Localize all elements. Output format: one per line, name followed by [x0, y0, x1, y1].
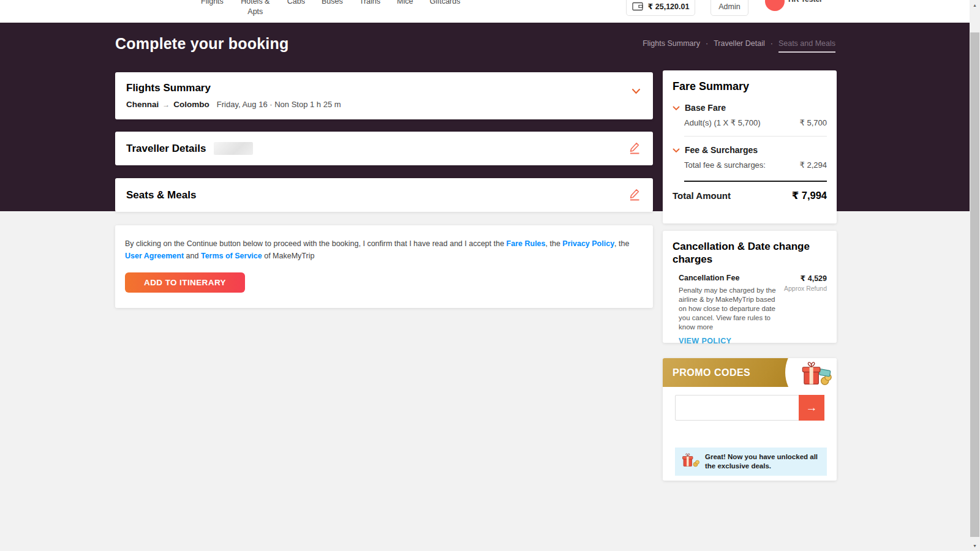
- base-fare-section-header[interactable]: Base Fare: [673, 103, 827, 113]
- right-arrow-icon: →: [806, 401, 818, 414]
- add-to-itinerary-button[interactable]: ADD TO ITINERARY: [125, 272, 245, 293]
- user-avatar[interactable]: [765, 0, 785, 11]
- deals-unlocked-message: Great! Now you have unlocked all the exc…: [705, 452, 821, 471]
- scrollbar-thumb[interactable]: [970, 32, 979, 537]
- collapse-button[interactable]: [629, 83, 643, 99]
- fare-summary-card: Fare Summary Base Fare Adult(s) (1 X ₹ 5…: [663, 70, 837, 223]
- scroll-up-arrow[interactable]: ▲: [970, 0, 980, 10]
- nav-item-hotels[interactable]: Hotels & Apts: [240, 0, 271, 17]
- wallet-button[interactable]: ₹ 25,120.01: [626, 0, 695, 16]
- fee-surcharges-section-header[interactable]: Fee & Surcharges: [673, 145, 827, 155]
- scroll-down-arrow[interactable]: ▼: [970, 541, 980, 551]
- base-fare-label: Adult(s) (1 X ₹ 5,700): [684, 118, 761, 127]
- cancellation-card: Cancellation & Date change charges Cance…: [663, 231, 837, 343]
- total-amount-label: Total Amount: [673, 190, 731, 201]
- route-to: Colombo: [173, 100, 209, 109]
- divider: [684, 136, 827, 137]
- total-amount-row: Total Amount ₹ 7,994: [673, 190, 827, 201]
- cancellation-description: Penalty may be charged by the airline & …: [679, 286, 782, 332]
- fare-summary-title: Fare Summary: [673, 80, 827, 93]
- nav-item-flights[interactable]: Flights: [201, 0, 224, 17]
- cancellation-fee-value: ₹ 4,529: [784, 274, 827, 283]
- gift-box-icon: [681, 453, 699, 470]
- apply-promo-button[interactable]: →: [799, 395, 824, 421]
- promo-banner: PROMO CODES: [663, 358, 837, 387]
- breadcrumb-traveller-detail[interactable]: Traveller Detail: [714, 39, 765, 48]
- cancellation-fee-label: Cancellation Fee: [679, 274, 782, 282]
- flights-summary-title: Flights Summary: [126, 82, 642, 94]
- nav-item-trains[interactable]: Trains: [360, 0, 380, 17]
- promo-codes-title: PROMO CODES: [673, 358, 750, 387]
- breadcrumb-separator: ·: [706, 39, 708, 48]
- wallet-icon: [632, 2, 644, 11]
- fee-surcharges-row: Total fee & surcharges: ₹ 2,294: [684, 160, 827, 170]
- chevron-down-icon: [673, 145, 680, 155]
- terms-of-service-link[interactable]: Terms of Service: [201, 252, 262, 260]
- chevron-down-icon: [631, 86, 641, 96]
- fare-rules-link[interactable]: Fare Rules: [507, 239, 546, 248]
- terms-text: By clicking on the Continue button below…: [125, 238, 643, 262]
- approx-refund-note: Approx Refund: [784, 285, 827, 292]
- pencil-edit-icon: [628, 146, 641, 156]
- flights-summary-card: Flights Summary Chennai → Colombo Friday…: [115, 72, 653, 119]
- cancellation-content: Cancellation Fee Penalty may be charged …: [673, 274, 827, 345]
- breadcrumb-separator: ·: [771, 39, 773, 48]
- breadcrumb-seats-and-meals[interactable]: Seats and Meals: [778, 39, 835, 53]
- user-name: HR Tester: [788, 0, 823, 4]
- route-summary: Chennai → Colombo Friday, Aug 16 · Non S…: [126, 100, 642, 109]
- route-details: Friday, Aug 16 · Non Stop 1 h 25 m: [217, 100, 341, 109]
- chevron-down-icon: [673, 103, 680, 113]
- primary-nav: Flights Hotels & Apts Cabs Buses Trains …: [201, 0, 460, 17]
- pencil-edit-icon: [628, 192, 641, 203]
- seats-meals-card: Seats & Meals: [115, 178, 653, 212]
- vertical-scrollbar: ▲ ▼: [970, 0, 980, 551]
- seats-meals-title: Seats & Meals: [126, 189, 196, 201]
- total-amount-value: ₹ 7,994: [792, 190, 827, 201]
- route-arrow-icon: →: [162, 100, 170, 109]
- breadcrumb: Flights Summary · Traveller Detail · Sea…: [643, 39, 835, 53]
- nav-item-buses[interactable]: Buses: [322, 0, 343, 17]
- breadcrumb-flights-summary[interactable]: Flights Summary: [643, 39, 700, 48]
- gift-box-icon: [800, 361, 832, 387]
- traveller-details-title: Traveller Details: [126, 143, 206, 155]
- nav-item-mice[interactable]: Mice: [397, 0, 413, 17]
- fee-surcharges-value: ₹ 2,294: [800, 160, 827, 170]
- traveller-details-card: Traveller Details: [115, 132, 653, 165]
- admin-button[interactable]: Admin: [710, 0, 748, 16]
- traveller-name-redacted: [214, 142, 253, 155]
- base-fare-value: ₹ 5,700: [800, 118, 827, 127]
- edit-seats-meals-button[interactable]: [627, 187, 642, 204]
- total-divider: [684, 181, 827, 182]
- deals-unlocked-banner: Great! Now you have unlocked all the exc…: [675, 448, 827, 476]
- edit-traveller-button[interactable]: [627, 140, 642, 158]
- route-from: Chennai: [126, 100, 159, 109]
- promo-card: PROMO CODES →: [663, 358, 837, 481]
- page-title: Complete your booking: [115, 35, 288, 53]
- base-fare-row: Adult(s) (1 X ₹ 5,700) ₹ 5,700: [684, 118, 827, 127]
- top-navigation-bar: Flights Hotels & Apts Cabs Buses Trains …: [0, 0, 970, 23]
- nav-item-giftcards[interactable]: Giftcards: [429, 0, 460, 17]
- cancellation-title: Cancellation & Date change charges: [673, 240, 827, 266]
- user-agreement-link[interactable]: User Agreement: [125, 252, 184, 260]
- terms-card: By clicking on the Continue button below…: [115, 225, 653, 308]
- promo-input-row: →: [675, 395, 824, 421]
- fee-surcharges-label: Total fee & surcharges:: [684, 160, 766, 170]
- wallet-balance: ₹ 25,120.01: [648, 2, 690, 11]
- privacy-policy-link[interactable]: Privacy Policy: [562, 239, 614, 248]
- view-policy-link[interactable]: VIEW POLICY: [679, 337, 782, 345]
- nav-item-cabs[interactable]: Cabs: [287, 0, 305, 17]
